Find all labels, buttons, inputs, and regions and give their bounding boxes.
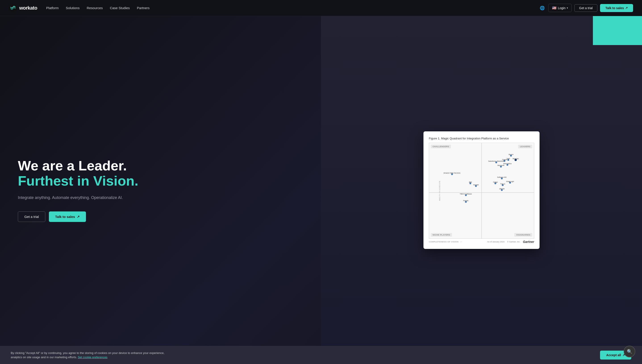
mq-label-informatica: Informatica xyxy=(503,162,511,164)
mq-xaxis-arrow-icon: → xyxy=(460,241,462,243)
mq-title: Figure 1. Magic Quadrant for Integration… xyxy=(429,137,534,140)
magic-quadrant-card: Figure 1. Magic Quadrant for Integration… xyxy=(424,131,539,249)
mq-footer: COMPLETENESS OF VISION → As of January 2… xyxy=(429,240,534,244)
mq-xaxis-label: COMPLETENESS OF VISION xyxy=(429,241,459,243)
hero-section: We are a Leader. Furthest in Vision. Int… xyxy=(0,16,642,364)
teal-accent-top xyxy=(593,16,642,45)
mq-vertical-line xyxy=(481,143,482,238)
login-label: Login xyxy=(558,6,565,10)
mq-label-boomi: Boomi xyxy=(509,154,513,156)
mq-label-frends: Frends xyxy=(463,200,468,202)
nav-sales-label: Talk to sales xyxy=(605,6,624,10)
nav-link-partners[interactable]: Partners xyxy=(137,6,150,10)
hero-heading-line1: We are a Leader. xyxy=(18,158,307,173)
login-button[interactable]: 🇺🇸 Login ▾ xyxy=(548,4,572,12)
hero-sales-arrow-icon: ↗ xyxy=(77,215,80,219)
cookie-banner: By clicking "Accept All" or by continuin… xyxy=(0,346,642,364)
chevron-down-icon: ▾ xyxy=(567,7,568,9)
mq-label-ibm: IBM xyxy=(469,181,472,183)
cookie-text: By clicking "Accept All" or by continuin… xyxy=(11,351,167,360)
brand-name: workato xyxy=(19,5,37,11)
mq-label-jitterbit: Jitterbit xyxy=(499,188,504,190)
mq-label-microsoft: Microsoft xyxy=(498,164,504,166)
nav-links: Platform Solutions Resources Case Studie… xyxy=(46,6,150,10)
mq-label-celigo: Celigo xyxy=(493,181,498,183)
accept-label: Accept all xyxy=(606,353,621,357)
nav-left: workato Platform Solutions Resources Cas… xyxy=(9,4,150,12)
hero-trial-button[interactable]: Get a trial xyxy=(18,212,45,222)
navbar: workato Platform Solutions Resources Cas… xyxy=(0,0,642,16)
hero-visual: Figure 1. Magic Quadrant for Integration… xyxy=(321,16,642,364)
nav-link-resources[interactable]: Resources xyxy=(87,6,103,10)
hero-heading: We are a Leader. Furthest in Vision. xyxy=(18,158,307,188)
mq-label-aws: Amazon Web Services xyxy=(444,172,461,174)
hero-subtext: Integrate anything. Automate everything.… xyxy=(18,195,307,201)
arrow-icon: ↗ xyxy=(625,6,628,10)
mq-niche-label: NICHE PLAYERS xyxy=(431,233,452,237)
mq-label-workato: Workato xyxy=(513,158,519,160)
mq-leaders-label: LEADERS xyxy=(518,145,532,148)
mq-label-tibco: TIBCO Software xyxy=(460,193,472,195)
nav-link-case-studies[interactable]: Case Studies xyxy=(110,6,130,10)
cookie-preferences-link[interactable]: Set cookie preferences xyxy=(78,356,107,359)
mq-label-snaplogic: SnapLogic xyxy=(506,180,514,182)
search-icon: 🔍 xyxy=(627,349,632,354)
mq-horizontal-line xyxy=(429,192,534,193)
gartner-logo: Gartner xyxy=(523,240,534,244)
mq-label-sap: SAP xyxy=(506,158,510,160)
logo[interactable]: workato xyxy=(9,4,37,12)
hero-sales-label: Talk to sales xyxy=(55,215,75,218)
mq-date: As of January 2024 xyxy=(487,241,504,243)
search-fab-button[interactable]: 🔍 xyxy=(624,346,635,357)
nav-link-platform[interactable]: Platform xyxy=(46,6,59,10)
mq-challengers-label: CHALLENGERS xyxy=(431,145,451,148)
y-axis-label: ABILITY TO EXECUTE xyxy=(439,180,440,200)
hero-content: We are a Leader. Furthest in Vision. Int… xyxy=(0,16,321,364)
mq-label-salesforce: Salesforce (MuleSoft) xyxy=(488,160,504,162)
nav-link-solutions[interactable]: Solutions xyxy=(66,6,80,10)
mq-label-huawei: Huawei xyxy=(473,184,479,186)
nav-right: 🌐 🇺🇸 Login ▾ Get a trial Talk to sales ↗ xyxy=(539,4,633,12)
hero-heading-line2: Furthest in Vision. xyxy=(18,173,307,188)
mq-chart: CHALLENGERS LEADERS NICHE PLAYERS VISION… xyxy=(429,143,534,239)
mq-label-software-ag: Software AG xyxy=(497,176,506,178)
mq-label-tray-io: Tray.io xyxy=(500,183,505,185)
nav-trial-button[interactable]: Get a trial xyxy=(574,4,597,12)
nav-sales-button[interactable]: Talk to sales ↗ xyxy=(600,4,633,12)
mq-visionaries-label: VISIONARIES xyxy=(514,233,532,237)
globe-button[interactable]: 🌐 xyxy=(539,5,546,12)
flag-icon: 🇺🇸 xyxy=(552,6,556,10)
hero-sales-button[interactable]: Talk to sales ↗ xyxy=(49,212,86,222)
hero-buttons: Get a trial Talk to sales ↗ xyxy=(18,212,307,222)
mq-copyright: © Gartner, Inc. xyxy=(507,241,520,243)
